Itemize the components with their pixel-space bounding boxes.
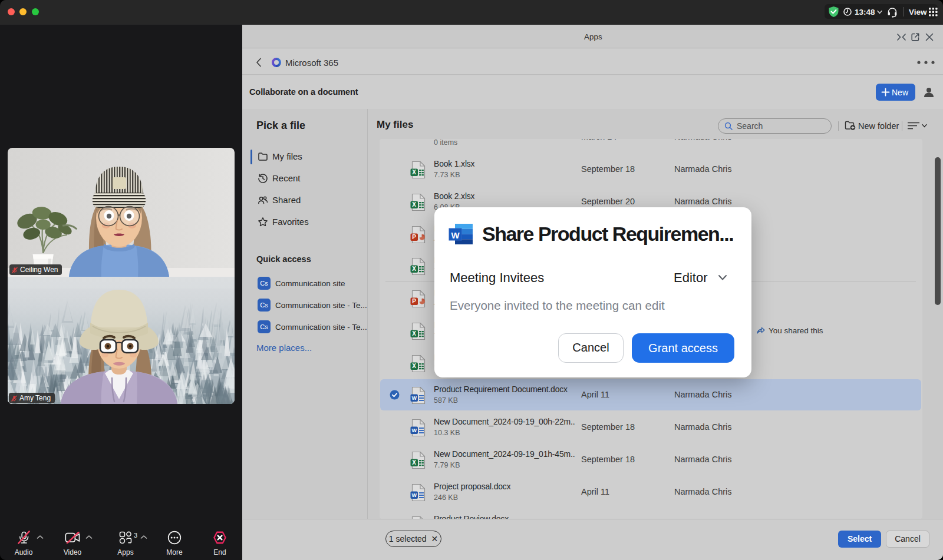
svg-text:W: W (411, 395, 417, 401)
svg-text:P: P (412, 298, 416, 304)
svg-text:X: X (412, 459, 416, 466)
svg-text:W: W (451, 230, 460, 240)
svg-text:X: X (412, 201, 416, 208)
svg-text:W: W (411, 428, 417, 433)
svg-text:X: X (412, 330, 416, 337)
svg-text:X: X (412, 169, 416, 175)
svg-text:X: X (412, 363, 416, 369)
svg-text:X: X (412, 266, 416, 272)
svg-text:P: P (412, 234, 416, 240)
svg-text:W: W (411, 492, 417, 498)
